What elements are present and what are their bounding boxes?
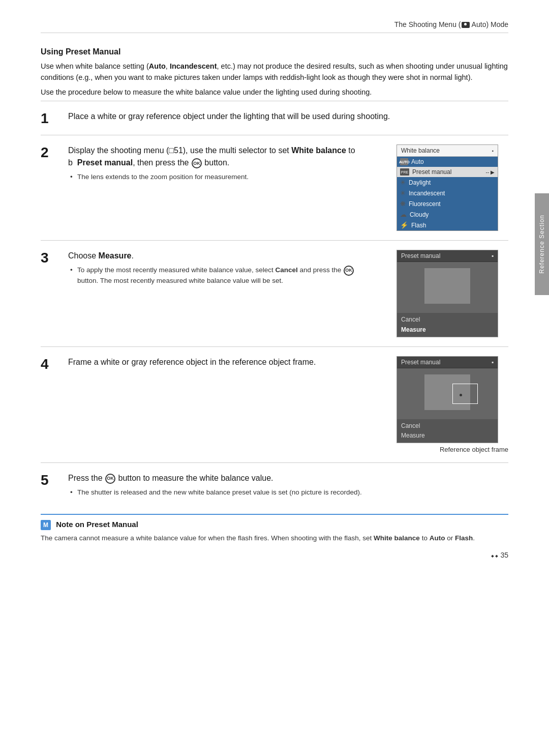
step-3-right: Preset manual ▪ Cancel Measure — [396, 250, 508, 337]
section-title: Using Preset Manual — [41, 47, 508, 56]
menu-corner-icon: ▪ — [492, 148, 494, 154]
step-1: 1 Place a white or gray reference object… — [41, 101, 508, 135]
flash-icon: ⚡ — [400, 221, 408, 229]
menu-item-daylight: ✳ Daylight — [397, 177, 498, 188]
menu-item-fluorescent: ❋ Fluorescent — [397, 198, 498, 209]
preset-measure-3: Measure — [401, 325, 494, 335]
camera-icon — [462, 22, 470, 28]
step-5-content: Press the OK button to measure the white… — [68, 472, 508, 498]
step-4-content: Frame a white or gray reference object i… — [68, 356, 508, 453]
menu-flash-label: Flash — [411, 222, 426, 229]
menu-title: White balance — [401, 147, 440, 154]
step-2-layout: Display the shooting menu (□51), use the… — [68, 144, 508, 231]
note-icon: M — [41, 520, 51, 530]
step-1-number: 1 — [41, 110, 63, 126]
step-3-left: Choose Measure. To apply the most recent… — [68, 250, 376, 286]
ref-screen-title: Preset manual — [401, 359, 440, 366]
fluorescent-icon: ❋ — [400, 200, 406, 208]
preset-screen-body-3 — [397, 262, 498, 313]
step-5-bullet: The shutter is released and the new whit… — [68, 487, 508, 498]
intro-text-1: Use when white balance setting (Auto, In… — [41, 61, 508, 83]
page-footer: ⬥⬥ 35 — [491, 551, 508, 559]
step-4-text: Frame a white or gray reference object i… — [68, 356, 376, 368]
step-3-bullet: To apply the most recently measured whit… — [68, 265, 376, 286]
page-number: 35 — [500, 551, 508, 559]
step-2-bullet: The lens extends to the zoom position fo… — [68, 172, 376, 182]
step-5: 5 Press the OK button to measure the whi… — [41, 462, 508, 507]
side-tab-text: Reference Section — [538, 215, 545, 274]
menu-item-auto: AUTO Auto — [397, 157, 498, 167]
step-3-number: 3 — [41, 250, 63, 265]
ref-frame-marker — [452, 384, 478, 404]
step-5-text: Press the OK button to measure the white… — [68, 472, 508, 484]
preset-arrow: -- ▶ — [486, 169, 495, 175]
step-2-text: Display the shooting menu (□51), use the… — [68, 144, 376, 169]
menu-header: White balance ▪ — [397, 145, 498, 157]
header-text2: Auto) Mode — [470, 20, 509, 28]
ok-button-5: OK — [105, 474, 115, 484]
cloudy-icon: ☁ — [400, 211, 407, 218]
menu-incandescent-label: Incandescent — [409, 190, 445, 197]
step-1-text: Place a white or gray reference object u… — [68, 110, 508, 123]
ok-button-3: OK — [344, 266, 354, 276]
step-1-content: Place a white or gray reference object u… — [68, 110, 508, 126]
preset-manual-screen-3: Preset manual ▪ Cancel Measure — [396, 250, 498, 337]
preset-icon: PRE — [400, 168, 409, 176]
step-4-left: Frame a white or gray reference object i… — [68, 356, 376, 371]
ref-corner-icon: ▪ — [492, 359, 494, 366]
footer-arrow-icon: ⬥⬥ — [491, 551, 499, 559]
note-title-text: Note on Preset Manual — [56, 520, 138, 529]
preset-screen-header-3: Preset manual ▪ — [397, 250, 498, 262]
step-3-layout: Choose Measure. To apply the most recent… — [68, 250, 508, 337]
step-4: 4 Frame a white or gray reference object… — [41, 346, 508, 462]
intro-text-2: Use the procedure below to measure the w… — [41, 86, 508, 98]
step-3-text: Choose Measure. — [68, 250, 376, 262]
ref-screen-footer: Cancel Measure — [397, 419, 498, 443]
header-text: The Shooting Menu ( — [394, 20, 461, 28]
note-text: The camera cannot measure a white balanc… — [41, 533, 508, 543]
step-4-right: Preset manual ▪ Cancel Measure — [396, 356, 508, 453]
step-5-number: 5 — [41, 472, 63, 487]
menu-item-incandescent: ✳ Incandescent — [397, 188, 498, 198]
white-balance-menu: White balance ▪ AUTO Auto PRE — [396, 144, 498, 231]
step-2-right: White balance ▪ AUTO Auto PRE — [396, 144, 508, 231]
step-2-left: Display the shooting menu (□51), use the… — [68, 144, 376, 182]
ref-screen-body — [397, 368, 498, 419]
step-2-number: 2 — [41, 144, 63, 160]
preset-corner-icon-3: ▪ — [492, 252, 494, 259]
step-2-content: Display the shooting menu (□51), use the… — [68, 144, 508, 231]
menu-items: AUTO Auto PRE Preset manual -- ▶ — [397, 157, 498, 230]
ref-dot — [460, 394, 462, 396]
ref-screen-header: Preset manual ▪ — [397, 357, 498, 368]
step-2: 2 Display the shooting menu (□51), use t… — [41, 135, 508, 240]
note-title: M Note on Preset Manual — [41, 520, 508, 530]
ref-measure: Measure — [401, 431, 494, 441]
step-4-layout: Frame a white or gray reference object i… — [68, 356, 508, 453]
menu-item-flash: ⚡ Flash — [397, 220, 498, 230]
preset-inner-box-3 — [424, 268, 470, 304]
menu-daylight-label: Daylight — [409, 179, 431, 186]
menu-cloudy-label: Cloudy — [410, 211, 429, 218]
ok-button-icon: OK — [192, 158, 202, 168]
step-3: 3 Choose Measure. To apply the most rece… — [41, 240, 508, 346]
page-container: Reference Section The Shooting Menu ( Au… — [0, 0, 549, 574]
preset-screen-footer-3: Cancel Measure — [397, 313, 498, 336]
auto-icon: AUTO — [400, 158, 408, 165]
page-header: The Shooting Menu ( Auto) Mode — [41, 20, 508, 33]
ref-cancel: Cancel — [401, 421, 494, 431]
ref-screen: Preset manual ▪ Cancel Measure — [396, 356, 498, 443]
preset-screen-title-3: Preset manual — [401, 252, 440, 259]
ref-frame-label: Reference object frame — [396, 446, 508, 453]
daylight-icon: ✳ — [400, 179, 406, 186]
menu-preset-label: Preset manual — [412, 168, 451, 176]
incandescent-icon: ✳ — [400, 189, 406, 197]
menu-item-cloudy: ☁ Cloudy — [397, 209, 498, 220]
preset-cancel-3: Cancel — [401, 315, 494, 325]
menu-item-preset: PRE Preset manual -- ▶ — [397, 167, 498, 177]
step-3-content: Choose Measure. To apply the most recent… — [68, 250, 508, 337]
menu-fluorescent-label: Fluorescent — [409, 200, 441, 208]
note-box: M Note on Preset Manual The camera canno… — [41, 514, 508, 543]
side-tab: Reference Section — [535, 193, 549, 295]
menu-auto-label: Auto — [411, 158, 424, 165]
step-4-number: 4 — [41, 356, 63, 371]
